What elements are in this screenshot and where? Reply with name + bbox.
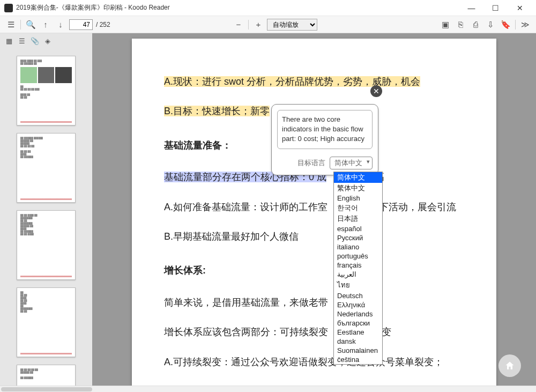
print-button[interactable]: ⎙ bbox=[469, 18, 482, 31]
window-title: 2019案例合集-《爆款案例库》印刷稿 - Koodo Reader bbox=[16, 3, 459, 12]
app-icon bbox=[4, 4, 13, 12]
text: 变 bbox=[382, 327, 391, 337]
language-option[interactable]: български bbox=[334, 319, 382, 328]
language-option[interactable]: 繁体中文 bbox=[334, 183, 382, 194]
language-option[interactable]: Nederlands bbox=[334, 309, 382, 319]
language-option[interactable]: 简体中文 bbox=[334, 172, 382, 183]
page-thumbnail[interactable]: ████ ████ ██ █████ ██████ ██ ████ ██ ██ … bbox=[17, 56, 76, 125]
language-option[interactable]: Română bbox=[334, 364, 382, 365]
zoom-out-button[interactable]: − bbox=[232, 18, 245, 31]
separator bbox=[515, 20, 516, 29]
page-thumbnail[interactable]: ██ ██ ████ ████████████ ████████████████… bbox=[17, 210, 76, 280]
paragraph: A.现状：进行 swot 分析，分析品牌优势，劣势，威胁，机会 bbox=[164, 71, 464, 93]
paragraph: B.早期基础流量最好加个人微信 bbox=[164, 226, 464, 248]
window-maximize-button[interactable]: ☐ bbox=[483, 1, 508, 16]
language-option[interactable]: Ελληνικά bbox=[334, 300, 382, 309]
window-close-button[interactable]: ✕ bbox=[508, 1, 532, 16]
separator bbox=[20, 20, 21, 29]
download-button[interactable]: ⇩ bbox=[484, 18, 497, 31]
language-option[interactable]: italiano bbox=[334, 242, 382, 252]
scrollbar-thumb[interactable] bbox=[1, 387, 92, 391]
language-option[interactable]: dansk bbox=[334, 337, 382, 346]
outline-view-button[interactable]: ☰ bbox=[16, 35, 28, 47]
language-option[interactable]: 日本語 bbox=[334, 213, 382, 224]
popup-close-button[interactable]: ✕ bbox=[370, 85, 382, 97]
language-option[interactable]: español bbox=[334, 224, 382, 233]
heading: 增长体系: bbox=[164, 260, 464, 282]
paragraph: A.可持续裂变：通过公众号欢迎语做裂变；通过公众号菜单裂变； bbox=[164, 351, 464, 373]
presentation-button[interactable]: ▣ bbox=[439, 18, 452, 31]
paragraph: A.如何准备基础流量：设计师的工作室 ，线下活动，展会引流 bbox=[164, 196, 464, 218]
window-titlebar: 2019案例合集-《爆款案例库》印刷稿 - Koodo Reader — ☐ ✕ bbox=[0, 0, 536, 16]
main-toolbar: ☰ 🔍 ↑ ↓ / 252 − + 自动缩放 ▣ ⎘ ⎙ ⇩ 🔖 ≫ bbox=[0, 16, 536, 33]
language-option[interactable]: English bbox=[334, 194, 382, 203]
bookmark-button[interactable]: 🔖 bbox=[499, 18, 512, 31]
language-option[interactable]: français bbox=[334, 261, 382, 270]
attachments-view-button[interactable]: 📎 bbox=[29, 35, 41, 47]
paragraph: 增长体系应该包含两部分：可持续裂变 变 bbox=[164, 321, 464, 343]
translation-result-text: There are two core indicators in the bas… bbox=[277, 110, 373, 149]
thumbnails-view-button[interactable]: ▦ bbox=[3, 35, 15, 47]
language-dropdown-list: 简体中文 繁体中文 English 한국어 日本語 español Русски… bbox=[333, 172, 383, 365]
window-minimize-button[interactable]: — bbox=[459, 1, 483, 16]
translation-popup: ✕ There are two core indicators in the b… bbox=[271, 104, 378, 175]
layers-view-button[interactable]: ◈ bbox=[42, 35, 54, 47]
highlight: A.现状：进行 swot 分析，分析品牌优势，劣势，威胁，机会 bbox=[164, 76, 420, 87]
highlight: B.目标：快速增长；新零 bbox=[164, 106, 270, 116]
page-up-button[interactable]: ↑ bbox=[39, 18, 52, 31]
home-icon bbox=[504, 360, 515, 371]
language-option[interactable]: Eestlane bbox=[334, 328, 382, 337]
text: A.如何准备基础流量：设计师的工作室 bbox=[164, 202, 327, 212]
language-option[interactable]: ไทย bbox=[334, 279, 382, 291]
language-option[interactable]: 한국어 bbox=[334, 203, 382, 213]
zoom-mode-select[interactable]: 自动缩放 bbox=[267, 19, 317, 31]
language-option[interactable]: Suomalainen bbox=[334, 346, 382, 355]
target-language-select[interactable]: 简体中文 bbox=[330, 157, 373, 169]
thumbnails-sidebar[interactable]: ████ ████ ██ █████ ██████ ██ ████ ██ ██ … bbox=[0, 48, 92, 386]
page-down-button[interactable]: ↓ bbox=[54, 18, 67, 31]
language-option[interactable]: português bbox=[334, 252, 382, 261]
page-thumbnail[interactable]: ██ ██████ ████████████ ██████████ ██ ██ … bbox=[17, 133, 76, 203]
target-language-label: 目标语言 bbox=[297, 158, 325, 168]
paragraph: 简单来说，是借用基础流量，来做老带 bbox=[164, 292, 464, 314]
page-total-label: / 252 bbox=[96, 21, 110, 28]
document-page: A.现状：进行 swot 分析，分析品牌优势，劣势，威胁，机会 B.目标：快速增… bbox=[132, 39, 496, 386]
sidebar-toggle-button[interactable]: ☰ bbox=[4, 18, 17, 31]
page-thumbnail[interactable]: ██ ██ ██ ██ ████████ ████ ██████ bbox=[17, 365, 76, 386]
search-button[interactable]: 🔍 bbox=[24, 18, 37, 31]
zoom-in-button[interactable]: + bbox=[252, 18, 265, 31]
page-thumbnail[interactable]: ████ ████████ ██████████████████ ██ bbox=[17, 287, 76, 357]
separator bbox=[248, 20, 249, 29]
sidebar-toolbar: ▦ ☰ 📎 ◈ bbox=[0, 33, 70, 48]
more-tools-button[interactable]: ≫ bbox=[519, 18, 532, 31]
open-file-button[interactable]: ⎘ bbox=[454, 18, 467, 31]
language-option[interactable]: Русский bbox=[334, 233, 382, 242]
language-option[interactable]: Deutsch bbox=[334, 291, 382, 300]
text: 增长体系应该包含两部分：可持续裂变 bbox=[164, 327, 328, 337]
language-option[interactable]: čeština bbox=[334, 355, 382, 364]
horizontal-scrollbar[interactable] bbox=[0, 386, 536, 392]
home-floating-button[interactable] bbox=[498, 354, 521, 377]
page-number-input[interactable] bbox=[69, 19, 93, 30]
document-viewport[interactable]: A.现状：进行 swot 分析，分析品牌优势，劣势，威胁，机会 B.目标：快速增… bbox=[92, 33, 536, 386]
language-option[interactable]: العربية bbox=[334, 270, 382, 279]
